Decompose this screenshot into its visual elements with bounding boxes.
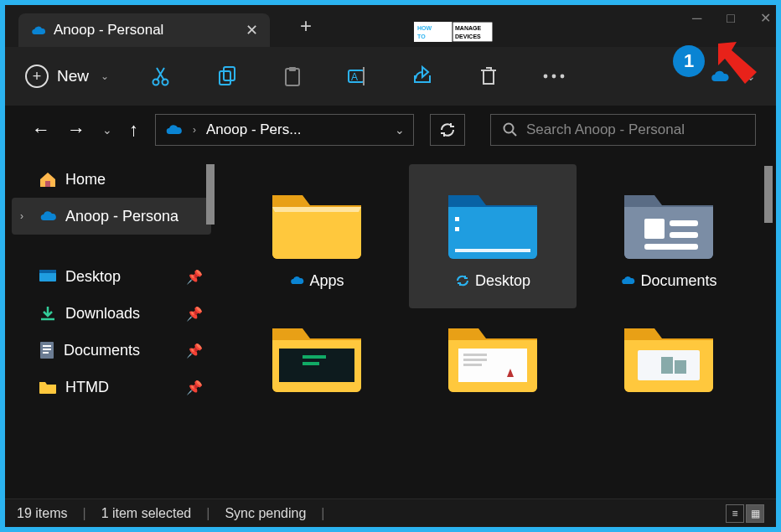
file-label: Desktop (475, 272, 530, 290)
svg-marker-0 (718, 42, 757, 84)
svg-text:DEVICES: DEVICES (455, 34, 481, 39)
svg-rect-10 (224, 67, 235, 80)
up-button[interactable]: ↑ (129, 119, 138, 141)
maximize-button[interactable]: □ (727, 11, 735, 26)
close-window-button[interactable]: ✕ (760, 10, 771, 26)
refresh-button[interactable] (430, 114, 465, 146)
svg-point-18 (561, 75, 565, 79)
svg-text:TO: TO (417, 34, 426, 39)
file-grid: Apps Desktop (233, 164, 763, 426)
svg-rect-40 (463, 359, 487, 361)
toolbar: + New ⌄ A ⌄ (5, 47, 776, 106)
new-label: New (57, 67, 89, 85)
forward-button[interactable]: → (67, 119, 85, 141)
chevron-down-icon: ⌄ (101, 70, 109, 82)
tab-active[interactable]: Anoop - Personal ✕ (18, 13, 270, 47)
pin-icon: 📌 (186, 306, 203, 322)
folder-icon (443, 317, 542, 397)
sync-badge-icon (455, 274, 470, 287)
address-bar[interactable]: › Anoop - Pers... ⌄ (155, 114, 414, 146)
desktop-icon (39, 269, 57, 284)
sidebar-downloads[interactable]: Downloads 📌 (12, 295, 211, 332)
copy-icon[interactable] (215, 64, 240, 89)
main-scrollbar[interactable] (764, 166, 773, 223)
svg-text:MANAGE: MANAGE (455, 25, 481, 31)
tab-close-icon[interactable]: ✕ (246, 21, 258, 39)
svg-point-17 (552, 75, 556, 79)
search-input[interactable] (526, 121, 743, 138)
watermark: HOWTOMANAGEDEVICES (414, 22, 493, 42)
nav-row: ← → ⌄ ↑ › Anoop - Pers... ⌄ (5, 106, 776, 154)
delete-icon[interactable] (476, 64, 501, 89)
sidebar: Home › Anoop - Persona Desktop 📌 Downloa… (5, 154, 215, 498)
file-row2-1[interactable] (233, 317, 401, 426)
sidebar-home[interactable]: Home (12, 161, 211, 198)
sidebar-item-label: HTMD (65, 379, 109, 396)
separator: | (321, 506, 324, 521)
sidebar-desktop[interactable]: Desktop 📌 (12, 258, 211, 295)
more-icon[interactable] (541, 64, 566, 89)
download-icon (39, 305, 57, 322)
file-apps[interactable]: Apps (233, 164, 401, 308)
share-icon[interactable] (411, 64, 436, 89)
svg-rect-28 (455, 217, 459, 221)
folder-icon (619, 183, 718, 264)
sidebar-item-label: Home (65, 171, 106, 189)
cloud-icon (164, 123, 183, 137)
svg-rect-30 (455, 249, 530, 252)
view-toggles: ≡ ▦ (726, 504, 764, 523)
svg-rect-27 (43, 352, 49, 354)
plus-icon: + (25, 65, 49, 88)
sidebar-htmd[interactable]: HTMD 📌 (12, 369, 211, 405)
sidebar-documents[interactable]: Documents 📌 (12, 332, 211, 369)
chevron-right-icon: › (193, 124, 196, 136)
file-label: Documents (640, 272, 716, 290)
svg-rect-29 (455, 227, 459, 231)
folder-icon (619, 317, 718, 397)
history-dropdown[interactable]: ⌄ (102, 123, 112, 137)
paste-icon[interactable] (280, 64, 305, 89)
status-bar: 19 items | 1 item selected | Sync pendin… (5, 498, 776, 527)
file-row2-3[interactable] (585, 317, 753, 426)
svg-rect-32 (670, 220, 698, 226)
separator: | (206, 506, 209, 521)
svg-rect-36 (303, 355, 326, 359)
svg-rect-39 (463, 354, 487, 356)
file-row2-2[interactable] (409, 317, 577, 426)
svg-rect-33 (670, 232, 698, 238)
svg-point-8 (163, 80, 168, 85)
file-documents[interactable]: Documents (585, 164, 753, 308)
rename-icon[interactable]: A (345, 64, 370, 89)
sidebar-item-label: Documents (64, 342, 140, 359)
svg-rect-25 (43, 345, 51, 347)
svg-rect-26 (43, 349, 51, 350)
icons-view-button[interactable]: ▦ (746, 504, 764, 523)
file-label: Apps (309, 272, 344, 290)
svg-point-19 (504, 124, 514, 133)
body: Home › Anoop - Persona Desktop 📌 Downloa… (5, 154, 776, 498)
file-desktop[interactable]: Desktop (409, 164, 577, 308)
svg-rect-41 (463, 364, 482, 366)
svg-rect-37 (303, 362, 319, 365)
folder-icon (39, 380, 57, 395)
minimize-button[interactable]: ─ (692, 11, 701, 26)
back-button[interactable]: ← (32, 119, 50, 141)
pin-icon: 📌 (186, 269, 203, 285)
svg-rect-31 (644, 219, 665, 239)
sidebar-scrollbar[interactable] (206, 164, 215, 225)
cut-icon[interactable] (149, 64, 174, 89)
search-box[interactable] (490, 114, 756, 146)
svg-point-16 (544, 75, 548, 79)
new-button[interactable]: + New ⌄ (25, 65, 109, 88)
cloud-badge-icon (289, 275, 304, 287)
status-sync: Sync pending (225, 506, 306, 521)
annotation-badge: 1 (673, 45, 705, 77)
separator: | (82, 506, 85, 521)
status-selected-count: 1 item selected (101, 506, 192, 521)
chevron-down-icon[interactable]: ⌄ (395, 123, 405, 137)
new-tab-button[interactable]: + (300, 14, 312, 38)
svg-rect-9 (220, 71, 230, 85)
details-view-button[interactable]: ≡ (726, 504, 744, 523)
sidebar-onedrive[interactable]: › Anoop - Persona (12, 198, 211, 235)
status-item-count: 19 items (17, 506, 67, 521)
